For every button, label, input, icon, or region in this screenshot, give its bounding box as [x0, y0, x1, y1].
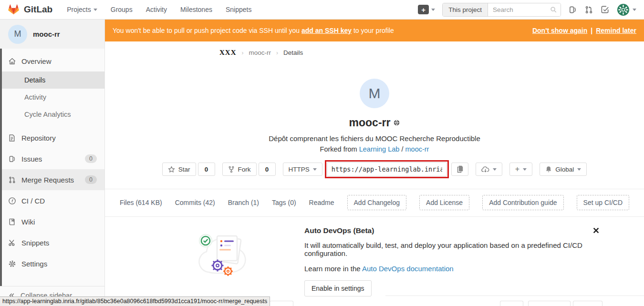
sidebar-item-details[interactable]: Details: [0, 71, 104, 89]
fork-source-project-link[interactable]: mooc-rr: [405, 145, 429, 153]
gear-icon: [8, 260, 16, 268]
sidebar-item-label: Settings: [21, 260, 47, 268]
ssh-alert-text: You won't be able to pull or push projec…: [113, 27, 394, 34]
chevron-down-icon: [493, 168, 497, 171]
top-navbar: GitLab Projects Groups Activity Mileston…: [0, 0, 644, 20]
sidebar-item-label: CI / CD: [21, 197, 45, 205]
add-new-dropdown[interactable]: +: [509, 163, 532, 176]
add-contribution-guide-button[interactable]: Add Contribution guide: [482, 195, 563, 210]
search-scope-label: This project: [443, 3, 488, 16]
clone-url-input[interactable]: [327, 162, 447, 176]
setup-cicd-button[interactable]: Set up CI/CD: [577, 195, 629, 210]
project-actions-row: Star 0 Fork 0 HTTPS: [105, 162, 644, 176]
plus-icon: +: [515, 165, 519, 173]
tab-readme[interactable]: Readme: [309, 199, 334, 206]
project-sidebar: M mooc-rr Overview Details Activity Cycl…: [0, 20, 105, 306]
browser-status-bar-url: https://app-learninglab.inria.fr/gitlab/…: [0, 296, 270, 306]
clone-protocol-dropdown[interactable]: HTTPS: [283, 163, 322, 176]
breadcrumb-separator: ›: [276, 50, 278, 56]
chevron-down-icon: [633, 9, 636, 11]
fork-count[interactable]: 0: [259, 163, 276, 176]
chevron-down-icon: [93, 9, 97, 11]
star-count[interactable]: 0: [198, 163, 215, 176]
notifications-dropdown[interactable]: Global: [540, 163, 587, 176]
chevron-down-icon: [523, 168, 527, 171]
auto-devops-illustration: [195, 224, 254, 282]
project-stats-bar: Files (614 KB) Commits (42) Branch (1) T…: [105, 189, 644, 217]
top-nav-links: Projects Groups Activity Milestones Snip…: [67, 6, 251, 13]
sidebar-project-header[interactable]: M mooc-rr: [0, 20, 104, 49]
banner-separator: |: [591, 27, 592, 34]
enable-in-settings-button[interactable]: Enable in settings: [304, 280, 372, 296]
merge-requests-count-badge: 0: [85, 175, 97, 184]
merge-requests-icon[interactable]: [584, 5, 593, 14]
remind-later-link[interactable]: Remind later: [596, 27, 636, 34]
user-menu[interactable]: [617, 3, 636, 16]
breadcrumb: XXX › mooc-rr › Details: [105, 41, 644, 64]
project-description: Dépôt comprenant les fichiers du MOOC Re…: [105, 134, 644, 143]
nav-groups[interactable]: Groups: [111, 6, 133, 13]
star-icon: [168, 166, 175, 173]
auto-devops-callout: Auto DevOps (Beta) It will automatically…: [105, 224, 644, 293]
search-icon: [550, 6, 557, 13]
bell-icon: [545, 166, 552, 173]
breadcrumb-root[interactable]: XXX: [219, 49, 237, 57]
download-dropdown[interactable]: [476, 163, 502, 176]
dont-show-again-link[interactable]: Don't show again: [532, 27, 587, 34]
tab-tags[interactable]: Tags (0): [272, 199, 296, 206]
cutoff-button[interactable]: [573, 301, 602, 306]
tab-files[interactable]: Files (614 KB): [120, 199, 162, 206]
project-avatar-small: M: [8, 25, 27, 44]
sidebar-active-indicator: [0, 49, 2, 306]
sidebar-item-ci-cd[interactable]: CI / CD: [0, 190, 104, 211]
project-title: mooc-rr: [349, 116, 391, 129]
star-button[interactable]: Star: [162, 163, 196, 176]
add-license-button[interactable]: Add License: [419, 195, 469, 210]
add-changelog-button[interactable]: Add Changelog: [347, 195, 407, 210]
issues-count-badge: 0: [85, 154, 97, 163]
sidebar-item-settings[interactable]: Settings: [0, 253, 104, 274]
nav-activity[interactable]: Activity: [146, 6, 167, 13]
sidebar-item-merge-requests[interactable]: Merge Requests 0: [0, 169, 104, 190]
project-avatar-large: M: [360, 79, 389, 108]
issues-icon[interactable]: [568, 5, 577, 14]
sidebar-item-overview[interactable]: Overview: [0, 51, 104, 71]
nav-milestones[interactable]: Milestones: [180, 6, 212, 13]
breadcrumb-project[interactable]: mooc-rr: [249, 49, 271, 56]
nav-projects[interactable]: Projects: [67, 6, 97, 13]
copy-url-button[interactable]: [451, 163, 468, 176]
sidebar-item-activity[interactable]: Activity: [0, 89, 104, 106]
new-menu-dropdown[interactable]: +: [418, 5, 435, 14]
merge-requests-icon: [8, 176, 16, 184]
scissors-icon: [8, 239, 16, 246]
auto-devops-learn-more: Learn more in the Auto DevOps documentat…: [304, 265, 606, 273]
add-ssh-key-link[interactable]: add an SSH key: [301, 27, 352, 34]
cutoff-button[interactable]: [500, 301, 523, 306]
breadcrumb-separator: ›: [242, 50, 244, 56]
fork-button[interactable]: Fork: [222, 163, 257, 176]
book-icon: [8, 218, 16, 226]
sidebar-item-issues[interactable]: Issues 0: [0, 148, 104, 169]
sidebar-item-label: Merge Requests: [21, 176, 74, 184]
sidebar-item-label: Issues: [21, 155, 42, 163]
sidebar-item-cycle-analytics[interactable]: Cycle Analytics: [0, 106, 104, 123]
tab-branch[interactable]: Branch (1): [228, 199, 259, 206]
sidebar-item-repository[interactable]: Repository: [0, 127, 104, 148]
fork-source-group-link[interactable]: Learning Lab: [359, 145, 400, 153]
nav-snippets[interactable]: Snippets: [226, 6, 251, 13]
gitlab-brand[interactable]: GitLab: [8, 4, 52, 15]
home-icon: [8, 57, 16, 65]
todos-icon[interactable]: [601, 5, 610, 14]
sidebar-item-snippets[interactable]: Snippets: [0, 232, 104, 253]
main-content: You won't be able to pull or push projec…: [105, 20, 644, 306]
cutoff-button[interactable]: [528, 301, 571, 306]
sidebar-item-wiki[interactable]: Wiki: [0, 211, 104, 232]
cutoff-button[interactable]: [270, 301, 293, 306]
chevron-down-icon: [431, 9, 435, 11]
sidebar-item-label: Overview: [21, 57, 52, 65]
breadcrumb-current-page: Details: [283, 49, 303, 56]
sidebar-project-name: mooc-rr: [33, 30, 60, 38]
clipboard-copy-icon: [457, 165, 463, 173]
tab-commits[interactable]: Commits (42): [175, 199, 215, 206]
auto-devops-docs-link[interactable]: Auto DevOps documentation: [362, 265, 454, 273]
